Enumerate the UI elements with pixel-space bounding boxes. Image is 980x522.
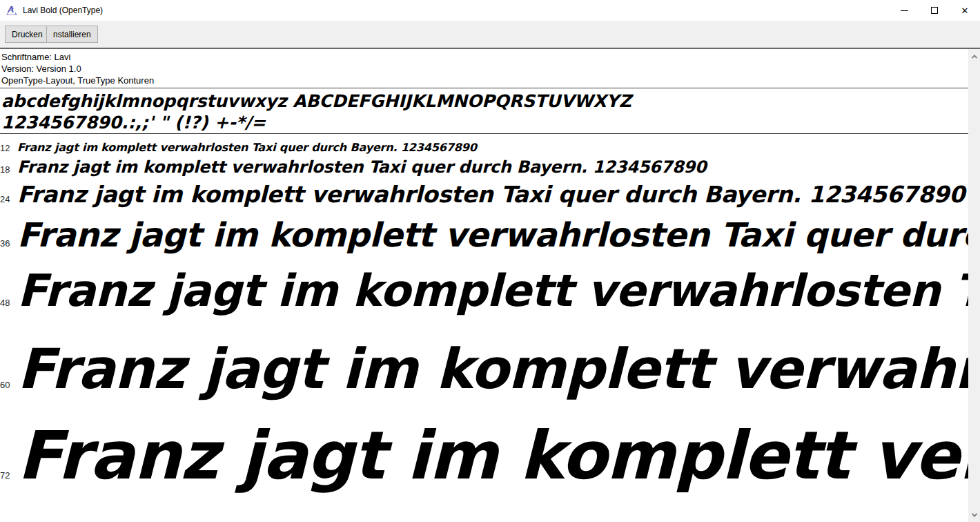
pangram-text: Franz jagt im komplett verwahrlosten Tax… <box>17 158 706 177</box>
font-size-label: 12 <box>0 143 17 153</box>
titlebar: A Lavi Bold (OpenType) ✕ <box>0 0 980 21</box>
minimize-icon <box>901 10 908 11</box>
pangram-text: Franz jagt im komplett verwahrlosten Tax… <box>17 142 477 154</box>
maximize-icon <box>931 7 938 14</box>
toolbar: Drucken nstallieren <box>0 21 980 49</box>
separator-top <box>0 88 968 88</box>
font-layout-line: OpenType-Layout, TrueType Konturen <box>1 75 966 86</box>
close-icon: ✕ <box>961 6 969 15</box>
close-button[interactable]: ✕ <box>950 0 980 21</box>
window-controls: ✕ <box>889 0 980 21</box>
font-size-label: 72 <box>0 470 17 481</box>
pangram-text: Franz jagt im komplett verwahrlosten Tax… <box>17 338 968 401</box>
print-button[interactable]: Drucken <box>5 26 50 43</box>
window-title: Lavi Bold (OpenType) <box>23 6 103 15</box>
charset-letters: abcdefghijklmnopqrstuvwxyz ABCDEFGHIJKLM… <box>1 90 968 112</box>
character-set: abcdefghijklmnopqrstuvwxyz ABCDEFGHIJKLM… <box>1 90 968 133</box>
pangram-text: Franz jagt im komplett verwahrlosten Tax… <box>17 418 968 494</box>
scroll-up-button[interactable] <box>968 50 980 62</box>
sample-row: 18 Franz jagt im komplett verwahrlosten … <box>0 158 968 177</box>
font-size-label: 36 <box>0 238 17 249</box>
font-size-label: 18 <box>0 164 17 175</box>
font-info: Schriftname: Lavi Version: Version 1.0 O… <box>1 51 966 86</box>
minimize-button[interactable] <box>889 0 919 21</box>
sample-row: 48 Franz jagt im komplett verwahrlosten … <box>0 266 968 317</box>
font-preview-area: Schriftname: Lavi Version: Version 1.0 O… <box>0 49 980 522</box>
sample-row: 24 Franz jagt im komplett verwahrlosten … <box>0 182 968 208</box>
pangram-text: Franz jagt im komplett verwahrlosten Tax… <box>17 216 968 254</box>
install-button[interactable]: nstallieren <box>46 26 98 43</box>
font-viewer-icon: A <box>6 5 18 16</box>
sample-row: 36 Franz jagt im komplett verwahrlosten … <box>0 216 968 254</box>
pangram-text: Franz jagt im komplett verwahrlosten Tax… <box>17 182 965 208</box>
sample-row: 60 Franz jagt im komplett verwahrlosten … <box>0 338 968 401</box>
font-size-label: 60 <box>0 380 17 390</box>
pangram-text: Franz jagt im komplett verwahrlosten Tax… <box>17 266 968 317</box>
font-size-label: 48 <box>0 298 17 308</box>
separator-bottom <box>0 133 968 134</box>
chevron-up-icon <box>971 55 977 60</box>
chevron-down-icon <box>971 511 977 516</box>
charset-digits: 1234567890.:,;' " (!?) +-*/= <box>1 112 968 133</box>
maximize-button[interactable] <box>919 0 950 21</box>
sample-row: 12 Franz jagt im komplett verwahrlosten … <box>0 142 968 154</box>
vertical-scrollbar[interactable] <box>968 49 980 522</box>
font-viewer-window: A Lavi Bold (OpenType) ✕ Drucken nstalli… <box>0 0 980 522</box>
font-version-line: Version: Version 1.0 <box>1 63 966 75</box>
font-name-line: Schriftname: Lavi <box>1 51 966 63</box>
sample-row: 72 Franz jagt im komplett verwahrlosten … <box>0 418 968 494</box>
scroll-down-button[interactable] <box>968 509 980 521</box>
font-size-label: 24 <box>0 194 17 204</box>
